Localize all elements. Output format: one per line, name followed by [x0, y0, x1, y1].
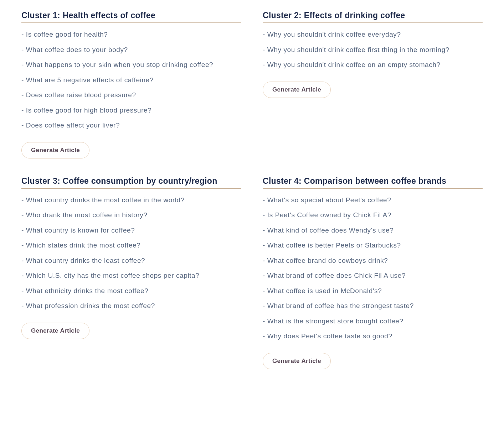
list-item: - What are 5 negative effects of caffein…: [21, 75, 241, 85]
generate-article-button[interactable]: Generate Article: [21, 142, 89, 158]
question-text: What kind of coffee does Wendy's use?: [267, 226, 394, 234]
question-text: What is the strongest store bought coffe…: [267, 317, 403, 325]
list-item: - Which U.S. city has the most coffee sh…: [21, 271, 241, 281]
list-item: - What coffee is better Peets or Starbuc…: [263, 240, 483, 251]
cluster-1: Cluster 1: Health effects of coffee - Is…: [21, 11, 241, 158]
list-item: - What brand of coffee does Chick Fil A …: [263, 271, 483, 281]
generate-article-button[interactable]: Generate Article: [263, 353, 331, 369]
cluster-4: Cluster 4: Comparison between coffee bra…: [263, 176, 483, 369]
question-text: Why you shouldn't drink coffee on an emp…: [267, 61, 441, 68]
question-text: Which U.S. city has the most coffee shop…: [26, 272, 200, 279]
list-item: - Why you shouldn't drink coffee on an e…: [263, 60, 483, 70]
list-item: - Is coffee good for high blood pressure…: [21, 105, 241, 116]
cluster-3: Cluster 3: Coffee consumption by country…: [21, 176, 241, 369]
question-text: What brand of coffee does Chick Fil A us…: [267, 272, 406, 279]
question-text: What country is known for coffee?: [26, 226, 135, 234]
list-item: - Why does Peet's coffee taste so good?: [263, 331, 483, 342]
question-text: Why does Peet's coffee taste so good?: [267, 332, 392, 340]
question-text: What coffee is used in McDonald's?: [267, 287, 382, 295]
question-text: Does coffee affect your liver?: [26, 121, 120, 129]
question-text: Is coffee good for high blood pressure?: [26, 106, 152, 114]
list-item: - What country drinks the least coffee?: [21, 256, 241, 266]
list-item: - Who drank the most coffee in history?: [21, 210, 241, 220]
question-text: What coffee is better Peets or Starbucks…: [267, 241, 401, 249]
question-text: Is Peet's Coffee owned by Chick Fil A?: [267, 211, 391, 219]
list-item: - What coffee brand do cowboys drink?: [263, 256, 483, 266]
list-item: - Is Peet's Coffee owned by Chick Fil A?: [263, 210, 483, 220]
cluster-2: Cluster 2: Effects of drinking coffee - …: [263, 11, 483, 158]
question-text: What happens to your skin when you stop …: [26, 61, 213, 68]
list-item: - What coffee does to your body?: [21, 45, 241, 55]
list-item: - What is the strongest store bought cof…: [263, 316, 483, 327]
question-text: What ethnicity drinks the most coffee?: [26, 287, 149, 295]
question-text: What brand of coffee has the strongest t…: [267, 302, 414, 309]
list-item: - What coffee is used in McDonald's?: [263, 286, 483, 296]
list-item: - What country is known for coffee?: [21, 225, 241, 236]
question-text: What profession drinks the most coffee?: [26, 302, 155, 309]
list-item: - What kind of coffee does Wendy's use?: [263, 225, 483, 236]
list-item: - What profession drinks the most coffee…: [21, 301, 241, 311]
list-item: - What happens to your skin when you sto…: [21, 60, 241, 70]
list-item: - What's so special about Peet's coffee?: [263, 195, 483, 205]
list-item: - Which states drink the most coffee?: [21, 240, 241, 251]
list-item: - What ethnicity drinks the most coffee?: [21, 286, 241, 296]
generate-article-button[interactable]: Generate Article: [21, 323, 89, 339]
list-item: - Why you shouldn't drink coffee everyda…: [263, 30, 483, 40]
list-item: - Does coffee affect your liver?: [21, 120, 241, 131]
question-text: Who drank the most coffee in history?: [26, 211, 148, 219]
list-item: - Why you shouldn't drink coffee first t…: [263, 45, 483, 55]
question-text: Why you shouldn't drink coffee first thi…: [267, 46, 449, 53]
list-item: - Is coffee good for health?: [21, 30, 241, 40]
list-item: - What brand of coffee has the strongest…: [263, 301, 483, 311]
cluster-title: Cluster 2: Effects of drinking coffee: [263, 11, 483, 23]
question-text: What coffee does to your body?: [26, 46, 128, 53]
question-text: What country drinks the least coffee?: [26, 257, 145, 264]
cluster-title: Cluster 1: Health effects of coffee: [21, 11, 241, 23]
list-item: - What country drinks the most coffee in…: [21, 195, 241, 205]
question-text: Is coffee good for health?: [26, 31, 108, 38]
question-text: Does coffee raise blood pressure?: [26, 91, 136, 99]
clusters-grid: Cluster 1: Health effects of coffee - Is…: [21, 11, 483, 369]
cluster-title: Cluster 4: Comparison between coffee bra…: [263, 176, 483, 189]
question-text: What country drinks the most coffee in t…: [26, 196, 185, 204]
question-text: What coffee brand do cowboys drink?: [267, 257, 388, 264]
question-text: Which states drink the most coffee?: [26, 241, 141, 249]
generate-article-button[interactable]: Generate Article: [263, 82, 331, 98]
question-text: Why you shouldn't drink coffee everyday?: [267, 31, 401, 38]
question-text: What are 5 negative effects of caffeine?: [26, 76, 154, 84]
list-item: - Does coffee raise blood pressure?: [21, 90, 241, 100]
question-text: What's so special about Peet's coffee?: [267, 196, 391, 204]
cluster-title: Cluster 3: Coffee consumption by country…: [21, 176, 241, 189]
